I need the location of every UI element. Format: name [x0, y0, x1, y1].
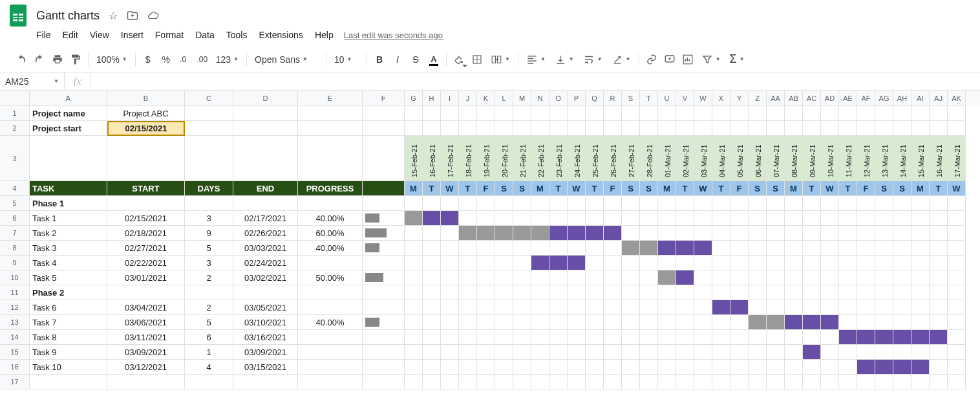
gantt-cell[interactable]: [857, 241, 875, 256]
gantt-cell[interactable]: [658, 241, 676, 256]
day-of-week-header[interactable]: T: [549, 181, 568, 196]
row-header[interactable]: 13: [0, 315, 30, 330]
gantt-cell[interactable]: [875, 345, 893, 360]
gantt-cell[interactable]: [513, 315, 531, 330]
task-progress[interactable]: 40.00%: [298, 211, 363, 226]
gantt-cell[interactable]: [785, 375, 803, 389]
date-header[interactable]: 16-Mar-21: [930, 136, 948, 181]
gantt-cell[interactable]: [513, 360, 531, 375]
gantt-cell[interactable]: [640, 270, 658, 285]
gantt-cell[interactable]: [676, 300, 694, 315]
gantt-cell[interactable]: [767, 285, 785, 300]
gantt-cell[interactable]: [604, 345, 622, 360]
gantt-cell[interactable]: [513, 256, 531, 270]
progress-bar-cell[interactable]: [363, 285, 405, 300]
cell[interactable]: [785, 121, 803, 136]
cell[interactable]: [930, 121, 948, 136]
gantt-cell[interactable]: [622, 285, 640, 300]
gantt-cell[interactable]: [622, 345, 640, 360]
gantt-cell[interactable]: [622, 360, 640, 375]
row-header[interactable]: 9: [0, 256, 30, 270]
task-progress[interactable]: [298, 345, 363, 360]
gantt-cell[interactable]: [658, 300, 676, 315]
task-days[interactable]: 4: [185, 360, 233, 375]
row-header[interactable]: 17: [0, 375, 30, 389]
day-of-week-header[interactable]: F: [604, 181, 622, 196]
gantt-cell[interactable]: [622, 196, 640, 211]
gantt-cell[interactable]: [459, 270, 477, 285]
gantt-cell[interactable]: [857, 285, 875, 300]
gantt-cell[interactable]: [495, 300, 513, 315]
gantt-cell[interactable]: [730, 241, 749, 256]
gantt-cell[interactable]: [423, 315, 441, 330]
gantt-cell[interactable]: [875, 300, 893, 315]
gantt-cell[interactable]: [513, 270, 531, 285]
spreadsheet-grid[interactable]: ABCDEFGHIJKLMNOPQRSTUVWXYZAAABACADAEAFAG…: [0, 91, 980, 389]
task-progress[interactable]: [298, 196, 363, 211]
gantt-cell[interactable]: [604, 330, 622, 345]
task-days[interactable]: 2: [185, 300, 233, 315]
gantt-cell[interactable]: [477, 300, 495, 315]
gantt-cell[interactable]: [405, 375, 423, 389]
date-header[interactable]: 14-Mar-21: [893, 136, 911, 181]
gantt-cell[interactable]: [658, 256, 676, 270]
gantt-cell[interactable]: [441, 256, 459, 270]
cell[interactable]: [857, 121, 875, 136]
gantt-cell[interactable]: [875, 241, 893, 256]
header-days[interactable]: DAYS: [185, 181, 233, 196]
gantt-cell[interactable]: [875, 270, 893, 285]
gantt-cell[interactable]: [911, 270, 930, 285]
gantt-cell[interactable]: [730, 375, 749, 389]
cell[interactable]: [676, 106, 694, 121]
gantt-cell[interactable]: [767, 211, 785, 226]
row-header[interactable]: 2: [0, 121, 30, 136]
gantt-cell[interactable]: [568, 196, 586, 211]
date-header[interactable]: 05-Mar-21: [730, 136, 749, 181]
day-of-week-header[interactable]: W: [441, 181, 459, 196]
cell[interactable]: [363, 106, 405, 121]
task-days[interactable]: 3: [185, 211, 233, 226]
project-name-value[interactable]: Project ABC: [107, 106, 185, 121]
gantt-cell[interactable]: [568, 315, 586, 330]
cell[interactable]: [405, 106, 423, 121]
row-header[interactable]: 3: [0, 136, 30, 181]
column-header[interactable]: B: [107, 91, 185, 106]
day-of-week-header[interactable]: W: [821, 181, 839, 196]
date-header[interactable]: 04-Mar-21: [712, 136, 730, 181]
gantt-cell[interactable]: [749, 211, 767, 226]
task-start[interactable]: 03/11/2021: [107, 330, 185, 345]
gantt-cell[interactable]: [694, 196, 712, 211]
gantt-cell[interactable]: [730, 285, 749, 300]
gantt-cell[interactable]: [893, 375, 911, 389]
gantt-cell[interactable]: [930, 211, 948, 226]
gantt-cell[interactable]: [875, 256, 893, 270]
gantt-cell[interactable]: [477, 345, 495, 360]
gantt-cell[interactable]: [911, 196, 930, 211]
column-header[interactable]: H: [423, 91, 441, 106]
column-header[interactable]: K: [477, 91, 495, 106]
task-name[interactable]: Task 8: [30, 330, 107, 345]
day-of-week-header[interactable]: T: [586, 181, 604, 196]
gantt-cell[interactable]: [803, 270, 821, 285]
gantt-cell[interactable]: [694, 300, 712, 315]
gantt-cell[interactable]: [658, 211, 676, 226]
gantt-cell[interactable]: [930, 330, 948, 345]
gantt-cell[interactable]: [423, 375, 441, 389]
gantt-cell[interactable]: [803, 375, 821, 389]
cell[interactable]: [513, 121, 531, 136]
column-header[interactable]: AA: [767, 91, 785, 106]
gantt-cell[interactable]: [513, 211, 531, 226]
cell[interactable]: [298, 106, 363, 121]
gantt-cell[interactable]: [549, 270, 568, 285]
gantt-cell[interactable]: [785, 300, 803, 315]
cell[interactable]: [730, 121, 749, 136]
gantt-cell[interactable]: [821, 300, 839, 315]
gantt-cell[interactable]: [875, 211, 893, 226]
gantt-cell[interactable]: [694, 375, 712, 389]
column-header[interactable]: F: [363, 91, 405, 106]
header-end[interactable]: END: [233, 181, 298, 196]
progress-bar-cell[interactable]: [363, 300, 405, 315]
gantt-cell[interactable]: [875, 285, 893, 300]
gantt-cell[interactable]: [477, 285, 495, 300]
day-of-week-header[interactable]: M: [785, 181, 803, 196]
